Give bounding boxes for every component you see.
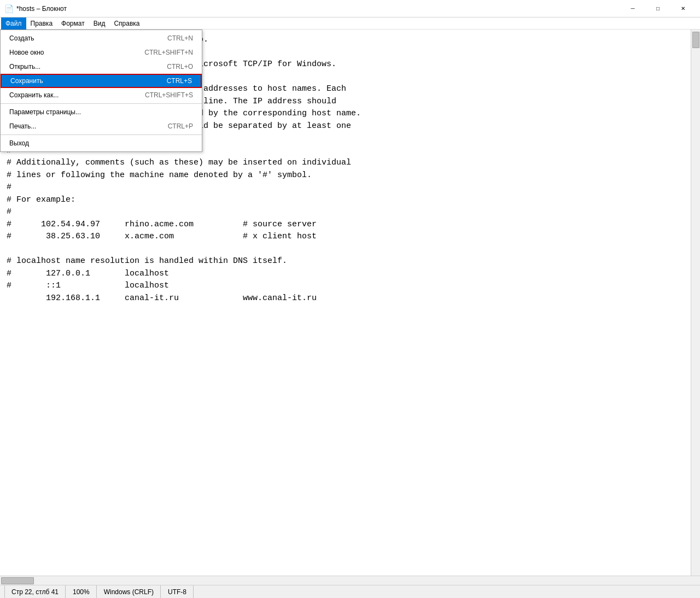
menu-format[interactable]: Формат bbox=[57, 17, 89, 30]
menu-open-label: Открыть... bbox=[9, 63, 167, 71]
separator-1 bbox=[1, 103, 202, 104]
menu-view[interactable]: Вид bbox=[89, 17, 110, 30]
menu-print-shortcut: CTRL+P bbox=[168, 122, 193, 130]
window-controls: ─ □ ✕ bbox=[620, 0, 696, 17]
menu-save[interactable]: Сохранить CTRL+S bbox=[1, 74, 202, 88]
minimize-button[interactable]: ─ bbox=[620, 0, 645, 17]
menu-save-label: Сохранить bbox=[10, 77, 167, 85]
menu-save-as[interactable]: Сохранить как... CTRL+SHIFT+S bbox=[1, 88, 202, 102]
menu-edit[interactable]: Правка bbox=[26, 17, 57, 30]
menu-bar: Файл Правка Формат Вид Справка Создать C… bbox=[0, 17, 700, 30]
menu-save-as-label: Сохранить как... bbox=[9, 91, 145, 99]
file-dropdown: Создать CTRL+N Новое окно CTRL+SHIFT+N О… bbox=[0, 30, 202, 152]
menu-new-shortcut: CTRL+N bbox=[167, 34, 193, 42]
scrollbar-thumb-v[interactable] bbox=[692, 32, 699, 48]
menu-open[interactable]: Открыть... CTRL+O bbox=[1, 60, 202, 74]
horizontal-scrollbar-container bbox=[0, 576, 700, 585]
menu-page-setup[interactable]: Параметры страницы... bbox=[1, 105, 202, 119]
app-icon: 📄 bbox=[4, 4, 13, 13]
scrollbar-corner bbox=[691, 576, 700, 585]
status-bar: Стр 22, стлб 41 100% Windows (CRLF) UTF-… bbox=[0, 585, 700, 598]
menu-new-window-label: Новое окно bbox=[9, 49, 144, 56]
menu-page-setup-label: Параметры страницы... bbox=[9, 108, 193, 116]
menu-print-label: Печать... bbox=[9, 122, 168, 130]
menu-new-label: Создать bbox=[9, 34, 167, 42]
title-bar: 📄 *hosts – Блокнот ─ □ ✕ bbox=[0, 0, 700, 17]
vertical-scrollbar[interactable] bbox=[691, 30, 700, 576]
maximize-button[interactable]: □ bbox=[645, 0, 670, 17]
menu-new[interactable]: Создать CTRL+N bbox=[1, 31, 202, 45]
menu-print[interactable]: Печать... CTRL+P bbox=[1, 119, 202, 133]
menu-save-as-shortcut: CTRL+SHIFT+S bbox=[145, 91, 193, 99]
menu-save-shortcut: CTRL+S bbox=[167, 77, 192, 85]
horizontal-scrollbar[interactable] bbox=[0, 576, 691, 585]
menu-file[interactable]: Файл bbox=[1, 17, 26, 30]
scrollbar-thumb-h[interactable] bbox=[1, 577, 34, 584]
status-position: Стр 22, стлб 41 bbox=[4, 585, 66, 598]
separator-2 bbox=[1, 134, 202, 135]
status-encoding: UTF-8 bbox=[161, 585, 194, 598]
window-title: *hosts – Блокнот bbox=[16, 5, 620, 13]
menu-help[interactable]: Справка bbox=[109, 17, 144, 30]
status-line-ending: Windows (CRLF) bbox=[97, 585, 161, 598]
menu-new-window-shortcut: CTRL+SHIFT+N bbox=[144, 49, 193, 56]
menu-new-window[interactable]: Новое окно CTRL+SHIFT+N bbox=[1, 45, 202, 60]
menu-exit-label: Выход bbox=[9, 139, 193, 147]
menu-exit[interactable]: Выход bbox=[1, 136, 202, 150]
status-zoom: 100% bbox=[66, 585, 97, 598]
close-button[interactable]: ✕ bbox=[670, 0, 696, 17]
menu-open-shortcut: CTRL+O bbox=[167, 63, 193, 71]
